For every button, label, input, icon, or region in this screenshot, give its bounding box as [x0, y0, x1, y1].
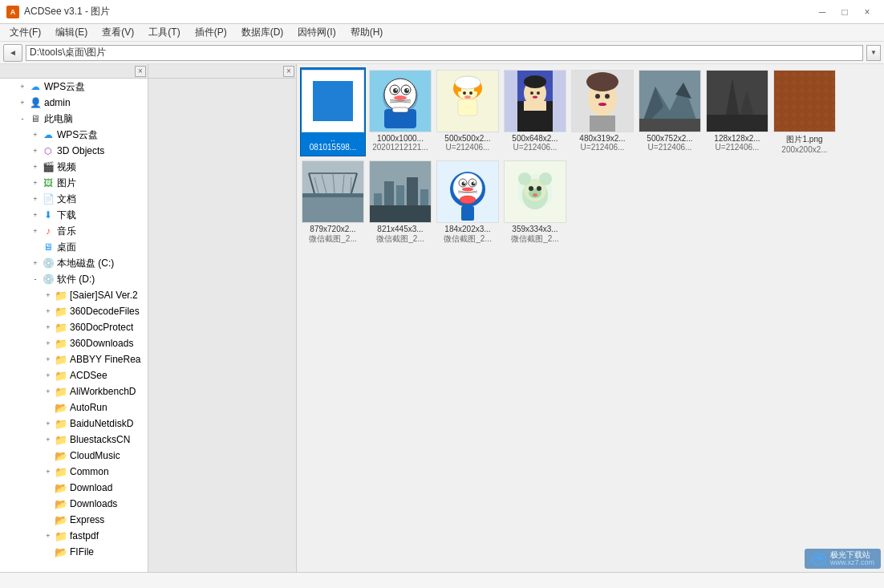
- tree-label: admin: [44, 97, 71, 108]
- thumb-img7[interactable]: 图片1.png 200x200x2...: [772, 67, 837, 156]
- expand-icon: +: [29, 160, 42, 173]
- thumb-img3[interactable]: 500x648x2... U=212406...: [502, 67, 568, 156]
- folder-panel: × + ☁ WPS云盘 + 👤 admin - 🖥 此电脑 + ☁ WPS云盘: [0, 64, 148, 572]
- tree-item-aliworkbench[interactable]: + 📁 AliWorkbenchD: [0, 383, 148, 399]
- tree-item-360decode[interactable]: + 📁 360DecodeFiles: [0, 303, 148, 319]
- address-bar[interactable]: [26, 45, 863, 61]
- thumb-size: U=212406...: [572, 143, 633, 152]
- cloud-icon: ☁: [42, 128, 55, 141]
- thumb-img2[interactable]: 500x500x2... U=212406...: [435, 67, 501, 156]
- nav-back-button[interactable]: ◄: [3, 44, 22, 62]
- menu-database[interactable]: 数据库(D): [235, 24, 290, 41]
- tree-item-360downloads[interactable]: + 📁 360Downloads: [0, 335, 148, 351]
- folder-icon: 📁: [55, 353, 67, 366]
- svg-point-85: [462, 188, 473, 192]
- tree-item-download[interactable]: 📂 Download: [0, 480, 148, 496]
- svg-point-39: [586, 72, 618, 91]
- tree-item-flfile[interactable]: 📂 FIFile: [0, 544, 148, 560]
- tree-item-abbyy[interactable]: + 📁 ABBYY FineRea: [0, 351, 148, 367]
- svg-rect-60: [302, 193, 363, 197]
- tree-item-express[interactable]: 📂 Express: [0, 512, 148, 528]
- thumb-img-container: [369, 160, 432, 223]
- cloud-icon: ☁: [29, 80, 42, 93]
- thumb-img5[interactable]: 500x752x2... U=212406...: [637, 67, 703, 156]
- tree-item-admin[interactable]: + 👤 admin: [0, 95, 148, 111]
- maximize-button[interactable]: □: [834, 4, 855, 20]
- tree-item-video[interactable]: + 🎬 视频: [0, 159, 148, 175]
- tree-item-cloudmusic[interactable]: 📂 CloudMusic: [0, 448, 148, 464]
- thumb-svg: [437, 71, 498, 132]
- menu-edit[interactable]: 编辑(E): [49, 24, 94, 41]
- thumb-svg: [302, 161, 363, 222]
- tree-item-downloads[interactable]: + ⬇ 下载: [0, 207, 148, 223]
- tree-item-wps-cloud-sub[interactable]: + ☁ WPS云盘: [0, 127, 148, 143]
- svg-point-83: [464, 182, 465, 184]
- folder-icon: 📂: [55, 545, 67, 558]
- expand-icon: +: [29, 128, 42, 141]
- svg-point-27: [455, 76, 481, 89]
- thumb-img11[interactable]: 359x334x3... 微信截图_2...: [502, 158, 568, 247]
- thumb-img-container: [504, 160, 566, 223]
- thumb-img4[interactable]: 480x319x2... U=212406...: [570, 67, 635, 156]
- doc-icon: 📄: [42, 193, 55, 205]
- expand-icon: -: [29, 273, 42, 286]
- thumb-img10[interactable]: 184x202x3... 微信截图_2...: [435, 158, 501, 247]
- tree-item-music[interactable]: + ♪ 音乐: [0, 223, 148, 239]
- tree-item-bluestacks[interactable]: + 📁 BluestacksCN: [0, 432, 148, 448]
- preview-panel-header: ×: [148, 64, 296, 79]
- folder-icon: 📁: [55, 321, 67, 334]
- expand-icon: [42, 481, 55, 494]
- tree-item-3d-objects[interactable]: + ⬡ 3D Objects: [0, 143, 148, 159]
- disk-icon: 💿: [42, 257, 55, 270]
- menu-file[interactable]: 文件(F): [3, 24, 47, 41]
- thumb-name: 1000x1000...: [370, 134, 431, 143]
- tree-item-autorun[interactable]: 📂 AutoRun: [0, 399, 148, 416]
- menu-internet[interactable]: 因特网(I): [291, 24, 342, 41]
- tree-item-360doc[interactable]: + 📁 360DocProtect: [0, 319, 148, 335]
- preview-area: [148, 79, 296, 572]
- thumb-parent[interactable]: .. 081015598...: [300, 67, 366, 156]
- thumb-img-container: [706, 70, 768, 132]
- tree-item-images[interactable]: + 🖼 图片: [0, 175, 148, 191]
- thumb-img9[interactable]: 821x445x3... 微信截图_2...: [367, 158, 433, 247]
- svg-point-2: [384, 79, 416, 111]
- thumb-img1[interactable]: 1000x1000... 20201212121...: [367, 67, 433, 156]
- menu-plugins[interactable]: 插件(P): [189, 24, 233, 41]
- tree-item-desktop[interactable]: 🖥 桌面: [0, 239, 148, 255]
- tree-item-docs[interactable]: + 📄 文档: [0, 191, 148, 207]
- expand-icon: [42, 545, 55, 558]
- tree-item-local-c[interactable]: + 💿 本地磁盘 (C:): [0, 255, 148, 271]
- menu-tools[interactable]: 工具(T): [142, 24, 186, 41]
- preview-panel-close[interactable]: ×: [283, 66, 294, 77]
- tree-item-acdsee[interactable]: + 📁 ACDSee: [0, 367, 148, 383]
- menu-help[interactable]: 帮助(H): [344, 24, 390, 41]
- app-title: ACDSee v3.1 - 图片: [24, 5, 110, 18]
- address-dropdown[interactable]: ▼: [866, 45, 881, 61]
- menu-view[interactable]: 查看(V): [95, 24, 140, 41]
- tree-label: 软件 (D:): [57, 273, 95, 286]
- download-icon: ⬇: [42, 209, 55, 221]
- tree-label: FIFile: [70, 546, 94, 558]
- tree-item-downloads2[interactable]: 📂 Downloads: [0, 496, 148, 512]
- minimize-button[interactable]: ─: [812, 4, 833, 20]
- svg-point-81: [462, 182, 466, 186]
- tree-item-fastpdf[interactable]: + 📁 fastpdf: [0, 528, 148, 544]
- thumb-img8[interactable]: 879x720x2... 微信截图_2...: [300, 158, 366, 247]
- tree-item-wps-cloud[interactable]: + ☁ WPS云盘: [0, 79, 148, 95]
- svg-point-23: [464, 95, 471, 99]
- tree-item-this-pc[interactable]: - 🖥 此电脑: [0, 111, 148, 127]
- folder-panel-close[interactable]: ×: [135, 66, 146, 77]
- thumb-img6[interactable]: 128x128x2... U=212406...: [704, 67, 770, 156]
- expand-icon: +: [29, 209, 42, 221]
- tree-item-saier[interactable]: + 📁 [Saier]SAI Ver.2: [0, 287, 148, 303]
- tree-item-software-d[interactable]: - 💿 软件 (D:): [0, 271, 148, 287]
- expand-icon: +: [29, 144, 42, 157]
- svg-point-34: [530, 91, 533, 95]
- tree-label: ACDSee: [70, 370, 107, 381]
- close-button[interactable]: ×: [857, 4, 878, 20]
- toolbar: ◄ ▼: [0, 42, 884, 64]
- tree-item-baidunetdisk[interactable]: + 📁 BaiduNetdiskD: [0, 416, 148, 432]
- thumb-size: U=212406...: [707, 143, 768, 152]
- image-panel: .. 081015598...: [297, 64, 884, 572]
- tree-item-common[interactable]: + 📁 Common: [0, 464, 148, 480]
